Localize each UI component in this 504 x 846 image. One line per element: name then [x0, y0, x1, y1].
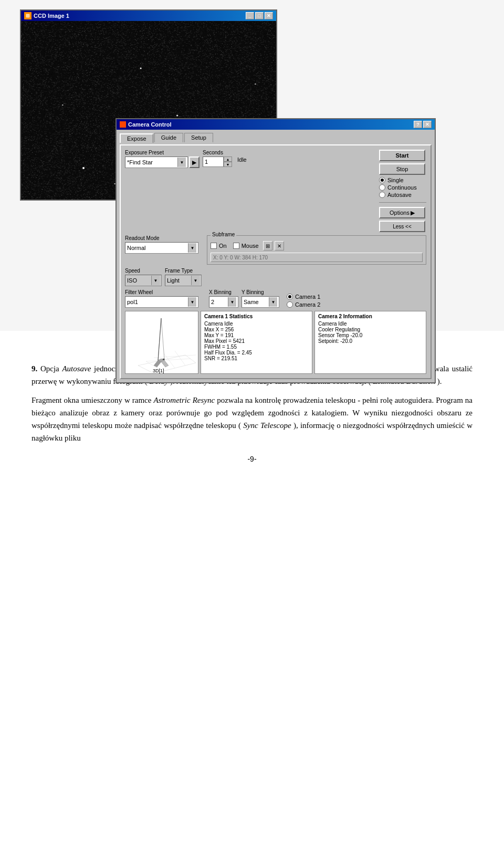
xbinning-dropdown[interactable]: 2 ▼ [209, 296, 238, 308]
xbinning-arrow: ▼ [228, 297, 236, 307]
info-title: Camera 2 Information [318, 314, 423, 319]
stat-line-1: Max X = 256 [204, 327, 309, 332]
filter-group: Filter Wheel pol1 ▼ [125, 289, 198, 308]
stat-line-4: FWHM = 1.55 [204, 344, 309, 350]
camera2-label: Camera 2 [295, 301, 320, 308]
para2-italic2: Sync Telescope [243, 421, 291, 430]
speed-label: Speed [125, 268, 162, 274]
cc-panel: Exposure Preset *Find Star ▼ ▶ Seconds [120, 144, 432, 379]
tab-expose[interactable]: Expose [120, 133, 153, 143]
subframe-on-label: On [219, 243, 227, 249]
stat-line-2: Max Y = 191 [204, 332, 309, 338]
subframe-icon-btn2[interactable]: ✕ [275, 241, 284, 250]
paragraph-2: Fragment okna umieszczony w ramce Astrom… [32, 394, 472, 444]
ybinning-arrow: ▼ [269, 297, 277, 307]
stat-line-0: Camera Idle [204, 321, 309, 327]
radio-continuous[interactable]: Continuous [379, 184, 426, 191]
subframe-mouse-label: Mouse [242, 243, 259, 249]
readout-group: Readout Mode Normal ▼ [125, 235, 198, 254]
tab-setup[interactable]: Setup [184, 133, 213, 142]
right-panel: Start Stop Single Continuous [379, 150, 426, 232]
graph-panel: 3D[1] [125, 311, 198, 374]
stats-area: 3D[1] Camera 1 Statistics Camera Idle Ma… [125, 311, 426, 374]
ybinning-dropdown[interactable]: Same ▼ [242, 296, 279, 308]
subframe-on-checkbox[interactable] [211, 243, 217, 249]
radio-single[interactable]: Single [379, 177, 426, 183]
para1-italic1: Autosave [62, 364, 91, 373]
binning-row: X Binning 2 ▼ Y Binning Same ▼ [209, 289, 320, 308]
exposure-preset-dropdown[interactable]: *Find Star ▼ [125, 156, 188, 168]
row-exposure: Exposure Preset *Find Star ▼ ▶ Seconds [125, 150, 426, 232]
seconds-up[interactable]: ▲ [224, 156, 232, 162]
start-button[interactable]: Start [379, 150, 425, 161]
minimize-button[interactable]: _ [246, 12, 254, 19]
tab-bar: Expose Guide Setup [120, 133, 432, 142]
page: ⊞ CCD Image 1 _ □ ✕ Camera Control [0, 0, 504, 474]
subframe-group: Subframe On Mouse ⊞ ✕ X: 0 Y: 0 W: 384 H… [207, 235, 426, 265]
maximize-button[interactable]: □ [255, 12, 264, 19]
readout-dropdown[interactable]: Normal ▼ [125, 242, 198, 254]
svg-rect-0 [128, 313, 196, 373]
options-button[interactable]: Options ▶ [379, 207, 425, 218]
para1-end: ). [437, 377, 442, 385]
info-line-4: Setpoint: -20.0 [318, 338, 423, 344]
cc-help-button[interactable]: ? [414, 121, 422, 128]
row-speed: Speed ISO ▼ Frame Type Light ▼ [125, 268, 426, 286]
exposure-play-button[interactable]: ▶ [189, 156, 200, 168]
section-number: 9. [32, 364, 37, 373]
options-arrow: ▶ [411, 210, 415, 216]
subframe-checkbox-row: On Mouse ⊞ ✕ [211, 241, 423, 250]
radio-autosave[interactable]: Autosave [379, 192, 426, 198]
tab-guide[interactable]: Guide [154, 133, 183, 142]
para2-start: Fragment okna umieszczony w ramce [32, 396, 153, 404]
less-button[interactable]: Less << [379, 221, 425, 232]
info-panel: Camera 2 Information Camera Idle Cooler … [314, 311, 426, 374]
speed-arrow: ▼ [151, 276, 160, 285]
stop-button[interactable]: Stop [379, 163, 425, 175]
row-readout: Readout Mode Normal ▼ Subframe On [125, 235, 426, 265]
camera2-radio-row[interactable]: Camera 2 [287, 301, 320, 308]
readout-arrow: ▼ [188, 243, 196, 253]
status-group: Idle [235, 150, 247, 163]
camera2-radio[interactable] [287, 301, 293, 308]
speed-dropdown[interactable]: ISO ▼ [125, 275, 162, 286]
stat-line-5: Half Flux Dia. = 2.45 [204, 350, 309, 356]
radio-single-btn[interactable] [379, 177, 385, 183]
cc-icon [120, 121, 126, 128]
seconds-down[interactable]: ▼ [224, 162, 232, 167]
subframe-icon-btn1[interactable]: ⊞ [263, 241, 272, 250]
stats-panel: Camera 1 Statistics Camera Idle Max X = … [201, 311, 312, 374]
readout-label: Readout Mode [125, 235, 198, 241]
camera-control-window: Camera Control ? ✕ Expose Guide Setup [116, 118, 436, 383]
subframe-coords: X: 0 Y: 0 W: 384 H: 170 [211, 253, 423, 262]
subframe-legend: Subframe [211, 232, 236, 237]
ccd-title: CCD Image 1 [34, 13, 69, 19]
radio-single-label: Single [387, 177, 404, 183]
speed-group: Speed ISO ▼ [125, 268, 162, 286]
filter-label: Filter Wheel [125, 289, 198, 295]
filter-dropdown[interactable]: pol1 ▼ [125, 296, 198, 308]
3d-chart: 3D[1] [128, 313, 196, 373]
close-button[interactable]: ✕ [265, 12, 273, 19]
subframe-mouse-checkbox[interactable] [233, 243, 239, 249]
seconds-input[interactable] [203, 156, 224, 167]
radio-autosave-label: Autosave [387, 192, 412, 198]
stat-line-3: Max Pixel = 5421 [204, 338, 309, 344]
cc-body: Expose Guide Setup Exposure Preset *Find… [117, 130, 435, 382]
exposure-preset-label: Exposure Preset [125, 150, 200, 155]
ccd-titlebar: ⊞ CCD Image 1 _ □ ✕ [21, 11, 276, 21]
radio-autosave-btn[interactable] [379, 192, 385, 198]
info-line-3: Sensor Temp -20.0 [318, 332, 423, 338]
para2-italic1: Astrometric Resync [153, 396, 215, 404]
frame-type-dropdown[interactable]: Light ▼ [165, 275, 202, 286]
camera1-radio[interactable] [287, 294, 293, 300]
cc-close-button[interactable]: ✕ [423, 121, 432, 128]
filter-arrow: ▼ [188, 297, 196, 307]
camera1-label: Camera 1 [295, 294, 320, 300]
radio-continuous-btn[interactable] [379, 184, 385, 191]
page-number: -9- [32, 455, 472, 463]
radio-continuous-label: Continuous [387, 184, 417, 191]
cc-win-controls: ? ✕ [414, 121, 432, 128]
win-controls: _ □ ✕ [246, 12, 273, 19]
camera1-radio-row[interactable]: Camera 1 [287, 294, 320, 300]
